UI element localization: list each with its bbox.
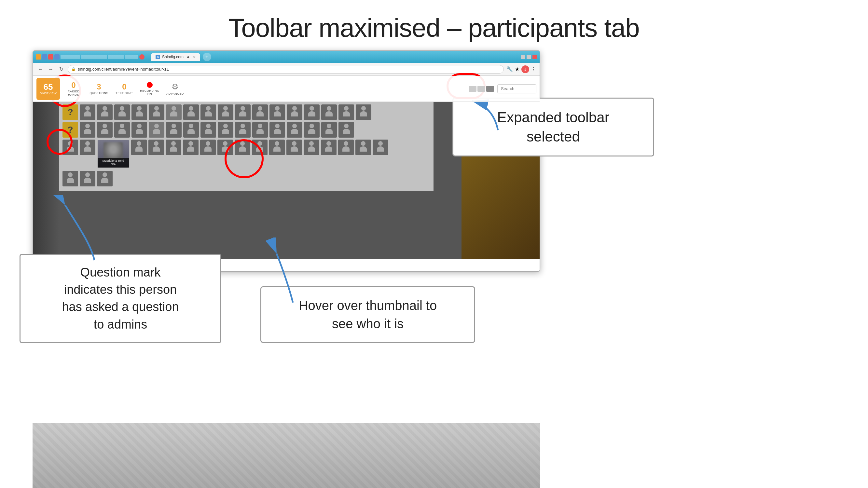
participant-thumb[interactable] [97, 122, 113, 138]
participant-thumb[interactable] [218, 122, 234, 138]
grid-row-2: ? [62, 122, 430, 138]
participant-thumb[interactable] [339, 122, 354, 138]
question-mark-annotation: Question mark indicates this person has … [20, 254, 221, 343]
new-tab-button[interactable]: + [203, 53, 211, 61]
tab-favicon: S [156, 55, 160, 59]
grid-row-4 [62, 171, 430, 187]
participant-thumb[interactable] [321, 139, 337, 155]
participant-thumb[interactable] [269, 139, 285, 155]
participant-thumb[interactable] [149, 122, 164, 138]
question-mark-icon-2: ? [67, 125, 73, 135]
participant-thumb[interactable] [304, 139, 319, 155]
recording-indicator [147, 82, 153, 88]
questions-button[interactable]: 3 QUESTIONS [87, 78, 111, 100]
questions-label: QUESTIONS [90, 91, 108, 95]
hover-annotation: Hover over thumbnail to see who it is [260, 286, 475, 343]
participant-thumb[interactable] [252, 122, 268, 138]
participant-thumb[interactable] [80, 139, 95, 155]
browser-address-bar: ← → ↻ 🔒 shindig.com/client/admin/?event=… [33, 63, 539, 76]
participant-thumb[interactable] [218, 104, 234, 120]
participant-thumb[interactable] [287, 122, 302, 138]
hovered-participant[interactable]: Magdalena Tend N/A [97, 139, 129, 169]
window-controls [521, 55, 537, 59]
layout-icon-1[interactable] [469, 86, 476, 92]
minimize-button[interactable] [521, 55, 525, 59]
participant-thumb[interactable] [200, 122, 216, 138]
expand-icons[interactable] [469, 86, 494, 92]
participant-thumb[interactable] [235, 139, 250, 155]
raised-hands-label: RAISED HANDS [62, 90, 85, 96]
extensions-icon[interactable]: 🔧 [506, 66, 513, 72]
participant-thumb[interactable] [183, 139, 198, 155]
participant-thumb[interactable] [200, 139, 216, 155]
hover-card-name: Magdalena Tend [98, 159, 128, 163]
participant-thumb[interactable] [114, 104, 130, 120]
participant-thumb[interactable] [217, 139, 233, 155]
participant-thumb[interactable] [62, 139, 78, 155]
participant-thumb[interactable] [373, 139, 388, 155]
participant-thumb[interactable] [166, 122, 182, 138]
address-bar[interactable]: 🔒 shindig.com/client/admin/?event=nomadi… [68, 65, 504, 73]
raised-hands-button[interactable]: 0 RAISED HANDS [62, 78, 85, 100]
recording-button[interactable]: RECORDING ON [138, 78, 161, 100]
menu-icon[interactable]: ⋮ [531, 66, 536, 72]
participant-thumb[interactable] [252, 104, 268, 120]
layout-icon-3[interactable] [486, 86, 494, 92]
participant-thumb[interactable] [287, 104, 302, 120]
participant-thumb[interactable] [356, 104, 371, 120]
participant-question-2[interactable]: ? [62, 122, 78, 138]
participant-thumb[interactable] [339, 104, 354, 120]
expanded-toolbar-annotation: Expanded toolbar selected [453, 98, 654, 157]
maximize-button[interactable] [527, 55, 531, 59]
participant-thumb[interactable] [166, 104, 182, 120]
participant-thumb[interactable] [183, 104, 199, 120]
participant-thumb[interactable] [321, 104, 337, 120]
participant-thumb[interactable] [321, 122, 337, 138]
participant-thumb[interactable] [270, 122, 285, 138]
text-chat-number: 0 [122, 83, 126, 91]
participant-thumb[interactable] [183, 122, 199, 138]
browser-window: S Shindig.com ● ✕ + ← → ↻ 🔒 shindig.com/… [33, 51, 540, 272]
bookmark-icon[interactable]: ★ [515, 66, 520, 72]
search-input[interactable] [497, 84, 536, 93]
participant-thumb[interactable] [97, 104, 113, 120]
participant-thumb[interactable] [80, 122, 95, 138]
advanced-button[interactable]: ⚙ ADVANCED [163, 78, 187, 100]
back-button[interactable]: ← [36, 66, 44, 72]
participant-thumb[interactable] [80, 104, 95, 120]
participant-thumb[interactable] [131, 122, 147, 138]
layout-icon-2[interactable] [477, 86, 485, 92]
participant-question-1[interactable]: ? [62, 104, 78, 120]
overview-button[interactable]: 65 OVERVIEW [36, 78, 60, 100]
participant-thumb[interactable] [270, 104, 285, 120]
close-button[interactable] [532, 55, 537, 59]
toolbar-row: 65 OVERVIEW 0 RAISED HANDS 3 QUESTIONS 0… [33, 76, 539, 102]
refresh-button[interactable]: ↻ [57, 66, 65, 72]
participant-thumb[interactable] [235, 104, 251, 120]
tab-close-button[interactable]: ✕ [193, 55, 195, 59]
participant-thumb[interactable] [80, 171, 95, 187]
text-chat-button[interactable]: 0 TEXT CHAT [113, 78, 136, 100]
participant-thumb[interactable] [338, 139, 354, 155]
forward-button[interactable]: → [47, 66, 55, 72]
participant-thumb[interactable] [286, 139, 302, 155]
participant-thumb[interactable] [97, 171, 113, 187]
participant-thumb[interactable] [235, 122, 251, 138]
bottom-area [33, 423, 540, 488]
active-tab[interactable]: S Shindig.com ● ✕ [151, 53, 200, 61]
participant-thumb[interactable] [131, 104, 147, 120]
participant-thumb[interactable] [304, 122, 319, 138]
participant-thumb[interactable] [62, 171, 78, 187]
participant-thumb[interactable] [200, 104, 216, 120]
participant-thumb[interactable] [304, 104, 319, 120]
tab-label: Shindig.com [162, 55, 184, 59]
profile-icon[interactable]: J [521, 65, 529, 73]
participant-thumb[interactable] [114, 122, 130, 138]
participant-thumb[interactable] [252, 139, 268, 155]
participant-thumb[interactable] [131, 139, 147, 155]
participant-thumb[interactable] [166, 139, 181, 155]
grid-row-3: Magdalena Tend N/A [62, 139, 430, 169]
participant-thumb[interactable] [149, 104, 164, 120]
participant-thumb[interactable] [355, 139, 371, 155]
participant-thumb[interactable] [148, 139, 164, 155]
